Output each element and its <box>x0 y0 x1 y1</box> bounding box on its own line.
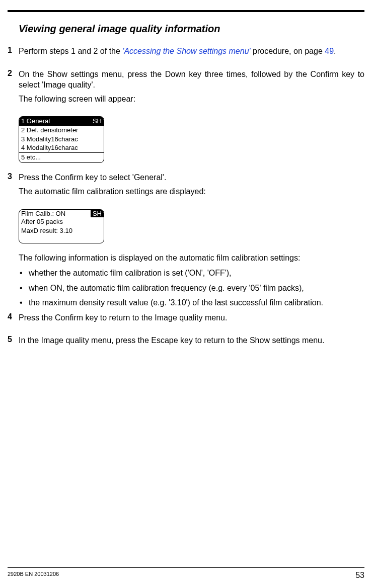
screen2-row1-text: Film Calib.: ON <box>19 210 91 218</box>
xref-page-49[interactable]: 49 <box>325 47 334 55</box>
screen2-row1: Film Calib.: ON SH <box>19 210 104 218</box>
screen2-tag: SH <box>91 210 104 218</box>
screen2-row2: After 05 packs <box>19 217 104 226</box>
bullet-3: the maximum density result value (e.g. '… <box>19 297 364 308</box>
step-2-line1: On the Show settings menu, press the Dow… <box>19 69 364 91</box>
xref-show-settings[interactable]: 'Accessing the Show settings menu' <box>122 47 250 55</box>
step-3-bullets: whether the automatic film calibration i… <box>19 268 364 308</box>
footer-docnum: 2920B EN 20031206 <box>8 571 355 580</box>
step-5-number: 5 <box>8 335 19 349</box>
step-4-line1: Press the Confirm key to return to the I… <box>19 312 364 323</box>
screen1-row5-text: 5 etc... <box>21 153 41 161</box>
footer-rule <box>8 567 364 568</box>
step-3-line1: Press the Confirm key to select 'General… <box>19 172 364 183</box>
step-1-text-a: Perform steps 1 and 2 of the <box>19 47 122 55</box>
step-2: 2 On the Show settings menu, press the D… <box>8 69 364 108</box>
step-3-line3: The following information is displayed o… <box>19 253 364 264</box>
step-1-text: Perform steps 1 and 2 of the 'Accessing … <box>19 46 364 57</box>
top-rule <box>8 10 364 12</box>
step-2-line2: The following screen will appear: <box>19 94 364 105</box>
step-3-number: 3 <box>8 172 19 200</box>
bullet-1: whether the automatic film calibration i… <box>19 268 364 279</box>
screen-calibration-settings: Film Calib.: ON SH After 05 packs MaxD r… <box>19 209 104 244</box>
screen2-row3: MaxD result: 3.10 <box>19 226 104 235</box>
screen1-row3: 3 Modality16charac <box>19 135 104 144</box>
screen1-row1: 1 General SH <box>19 117 104 126</box>
step-1-text-b: procedure, on page <box>251 47 325 55</box>
step-3: 3 Press the Confirm key to select 'Gener… <box>8 172 364 200</box>
page-footer: 2920B EN 20031206 53 <box>0 567 372 580</box>
step-5-line1: In the Image quality menu, press the Esc… <box>19 335 364 346</box>
bullet-2: when ON, the automatic film calibration … <box>19 283 364 294</box>
screen-image-quality-menu: 1 General SH 2 Def. densitometer 3 Modal… <box>19 116 104 163</box>
screen1-row5: 5 etc... <box>19 153 104 162</box>
screen1-row1-text: 1 General <box>21 117 93 125</box>
step-1-text-c: . <box>334 47 336 55</box>
step-4-number: 4 <box>8 312 19 326</box>
step-2-number: 2 <box>8 69 19 108</box>
screen1-row4: 4 Modality16charac <box>19 143 104 153</box>
step-3-line2: The automatic film calibration settings … <box>19 186 364 197</box>
step-1-number: 1 <box>8 46 19 60</box>
footer-page-number: 53 <box>355 571 364 580</box>
section-title: Viewing general image quality informatio… <box>19 23 364 35</box>
step-4: 4 Press the Confirm key to return to the… <box>8 312 364 326</box>
step-5: 5 In the Image quality menu, press the E… <box>8 335 364 349</box>
screen1-tag: SH <box>93 117 102 125</box>
screen1-row2: 2 Def. densitometer <box>19 126 104 135</box>
step-1: 1 Perform steps 1 and 2 of the 'Accessin… <box>8 46 364 60</box>
